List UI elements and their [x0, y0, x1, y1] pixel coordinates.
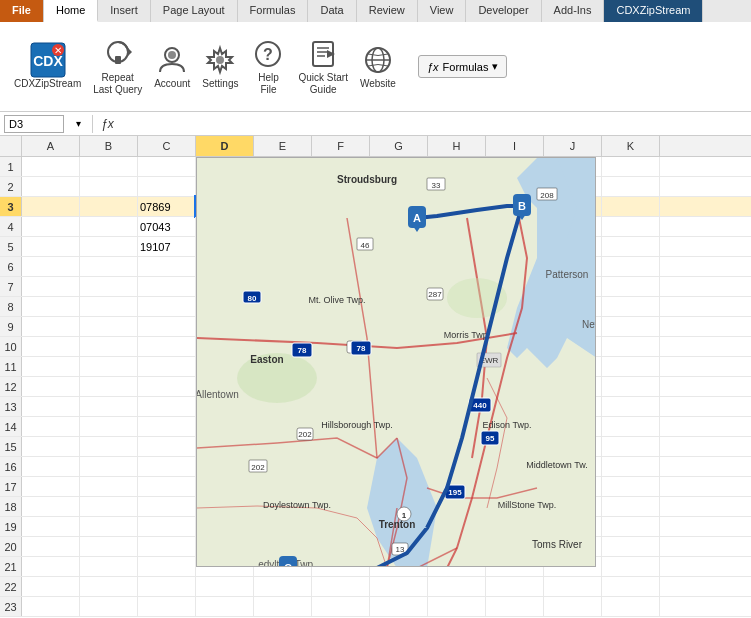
cell-K3[interactable]	[602, 197, 660, 216]
btn-website[interactable]: Website	[354, 40, 402, 94]
cell-K19[interactable]	[602, 517, 660, 536]
cell-C3[interactable]: 07869	[138, 197, 196, 216]
cell-K4[interactable]	[602, 217, 660, 236]
tab-developer[interactable]: Developer	[466, 0, 541, 22]
tab-insert[interactable]: Insert	[98, 0, 151, 22]
tab-formulas[interactable]: Formulas	[238, 0, 309, 22]
row-header-21[interactable]: 21	[0, 557, 22, 576]
row-header-11[interactable]: 11	[0, 357, 22, 376]
cell-A8[interactable]	[22, 297, 80, 316]
col-header-C[interactable]: C	[138, 136, 196, 156]
cell-B7[interactable]	[80, 277, 138, 296]
cell-K2[interactable]	[602, 177, 660, 196]
btn-quick-start-guide[interactable]: Quick StartGuide	[292, 34, 353, 100]
cell-B13[interactable]	[80, 397, 138, 416]
row-header-15[interactable]: 15	[0, 437, 22, 456]
cell-K20[interactable]	[602, 537, 660, 556]
cell-B1[interactable]	[80, 157, 138, 176]
cell-B11[interactable]	[80, 357, 138, 376]
cell-C19[interactable]	[138, 517, 196, 536]
row-header-23[interactable]: 23	[0, 597, 22, 616]
cell-K22[interactable]	[602, 577, 660, 596]
cell-K11[interactable]	[602, 357, 660, 376]
cell-K5[interactable]	[602, 237, 660, 256]
cell-B8[interactable]	[80, 297, 138, 316]
cell-K21[interactable]	[602, 557, 660, 576]
cell-K10[interactable]	[602, 337, 660, 356]
cell-B3[interactable]	[80, 197, 138, 216]
col-header-K[interactable]: K	[602, 136, 660, 156]
cell-B9[interactable]	[80, 317, 138, 336]
cell-K14[interactable]	[602, 417, 660, 436]
row-header-1[interactable]: 1	[0, 157, 22, 176]
col-header-H[interactable]: H	[428, 136, 486, 156]
cell-A3[interactable]	[22, 197, 80, 216]
tab-review[interactable]: Review	[357, 0, 418, 22]
cell-C5[interactable]: 19107	[138, 237, 196, 256]
row-header-6[interactable]: 6	[0, 257, 22, 276]
tab-home[interactable]: Home	[44, 0, 98, 22]
formula-input[interactable]	[118, 118, 747, 130]
cell-A21[interactable]	[22, 557, 80, 576]
row-header-4[interactable]: 4	[0, 217, 22, 236]
row-header-8[interactable]: 8	[0, 297, 22, 316]
row-header-22[interactable]: 22	[0, 577, 22, 596]
row-header-3[interactable]: 3	[0, 197, 22, 216]
cell-C14[interactable]	[138, 417, 196, 436]
row-header-7[interactable]: 7	[0, 277, 22, 296]
cell-D22[interactable]	[196, 577, 254, 596]
cell-I22[interactable]	[486, 577, 544, 596]
cell-A19[interactable]	[22, 517, 80, 536]
cell-A11[interactable]	[22, 357, 80, 376]
cell-C8[interactable]	[138, 297, 196, 316]
tab-data[interactable]: Data	[308, 0, 356, 22]
btn-repeat-last-query[interactable]: RepeatLast Query	[87, 34, 148, 100]
cell-B18[interactable]	[80, 497, 138, 516]
cell-A17[interactable]	[22, 477, 80, 496]
col-header-G[interactable]: G	[370, 136, 428, 156]
cell-B4[interactable]	[80, 217, 138, 236]
row-header-14[interactable]: 14	[0, 417, 22, 436]
cell-B15[interactable]	[80, 437, 138, 456]
cell-A13[interactable]	[22, 397, 80, 416]
cell-G23[interactable]	[370, 597, 428, 616]
col-header-B[interactable]: B	[80, 136, 138, 156]
cell-E22[interactable]	[254, 577, 312, 596]
cell-A23[interactable]	[22, 597, 80, 616]
col-header-J[interactable]: J	[544, 136, 602, 156]
formula-dropdown-arrow[interactable]: ▾	[68, 118, 88, 129]
cell-B22[interactable]	[80, 577, 138, 596]
row-header-17[interactable]: 17	[0, 477, 22, 496]
formulas-dropdown[interactable]: ƒx Formulas ▾	[418, 55, 507, 78]
btn-help-file[interactable]: ? HelpFile	[244, 34, 292, 100]
cell-F23[interactable]	[312, 597, 370, 616]
cell-B21[interactable]	[80, 557, 138, 576]
cell-K8[interactable]	[602, 297, 660, 316]
cell-C22[interactable]	[138, 577, 196, 596]
col-header-I[interactable]: I	[486, 136, 544, 156]
cell-C4[interactable]: 07043	[138, 217, 196, 236]
cell-B2[interactable]	[80, 177, 138, 196]
cell-C12[interactable]	[138, 377, 196, 396]
col-header-D[interactable]: D	[196, 136, 254, 156]
row-header-16[interactable]: 16	[0, 457, 22, 476]
cell-A15[interactable]	[22, 437, 80, 456]
cell-A1[interactable]	[22, 157, 80, 176]
cell-C21[interactable]	[138, 557, 196, 576]
cell-C2[interactable]	[138, 177, 196, 196]
tab-add-ins[interactable]: Add-Ins	[542, 0, 605, 22]
cell-F22[interactable]	[312, 577, 370, 596]
cell-K7[interactable]	[602, 277, 660, 296]
cell-K18[interactable]	[602, 497, 660, 516]
col-header-A[interactable]: A	[22, 136, 80, 156]
cell-K16[interactable]	[602, 457, 660, 476]
cell-C13[interactable]	[138, 397, 196, 416]
row-header-5[interactable]: 5	[0, 237, 22, 256]
cell-A10[interactable]	[22, 337, 80, 356]
cell-H23[interactable]	[428, 597, 486, 616]
btn-cdxzipstream[interactable]: CDX ✕ CDXZipStream	[8, 40, 87, 94]
cell-A2[interactable]	[22, 177, 80, 196]
cell-D23[interactable]	[196, 597, 254, 616]
col-header-F[interactable]: F	[312, 136, 370, 156]
tab-view[interactable]: View	[418, 0, 467, 22]
